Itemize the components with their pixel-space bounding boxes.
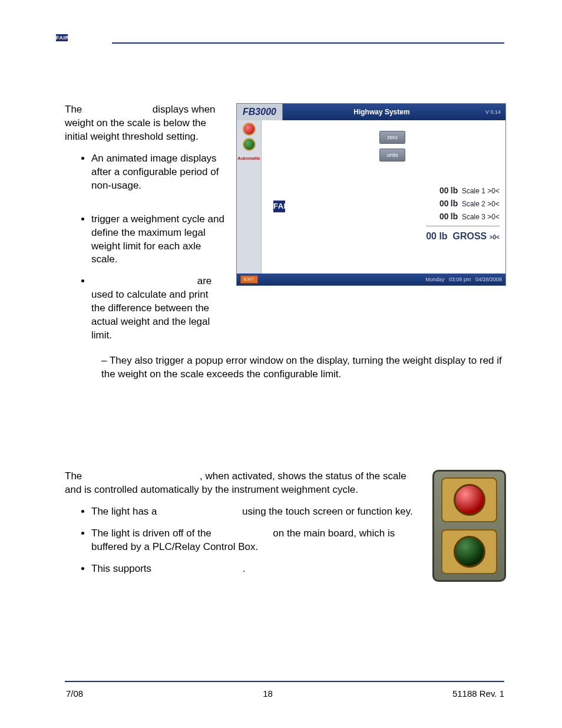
titlebar: FB3000 Highway System V 0.14 bbox=[237, 104, 505, 120]
units-button[interactable]: units bbox=[379, 149, 405, 162]
statusbar: EXIT Monday 03:08 pm 04/28/2008 bbox=[237, 274, 505, 285]
dash-item: They also trigger a popup error window o… bbox=[101, 354, 506, 381]
traffic-light-green-cell bbox=[441, 529, 497, 574]
app-version: V 0.14 bbox=[481, 108, 505, 116]
intro-pre: The bbox=[65, 470, 82, 482]
bullet-text: An animated image displays after a confi… bbox=[91, 153, 219, 191]
blank-line bbox=[91, 201, 224, 213]
exit-button[interactable]: EXIT bbox=[240, 275, 258, 284]
intro-post: , when activated, shows the status of th… bbox=[65, 470, 406, 495]
scale-row: 00 lb Scale 1 >0< bbox=[426, 185, 500, 196]
page-footer: 7/08 18 51188 Rev. 1 bbox=[66, 689, 504, 699]
bullet-pre: This supports bbox=[91, 563, 151, 574]
gross-row: 00 lb GROSS >0< bbox=[426, 226, 500, 243]
weight-readouts: 00 lb Scale 1 >0< 00 lb Scale 2 >0< 00 l… bbox=[426, 185, 500, 242]
page-number: 18 bbox=[83, 689, 452, 699]
status-time: 03:08 pm bbox=[449, 276, 471, 283]
status-day: Monday bbox=[425, 276, 444, 283]
bullet-post: using the touch screen or function key. bbox=[242, 506, 413, 517]
bullet-item: This supports . bbox=[91, 562, 415, 576]
intro-pre: The bbox=[65, 104, 82, 115]
bullet-text: are used to calculate and print the diff… bbox=[91, 275, 211, 341]
bullet-item: trigger a weighment cycle and define the… bbox=[91, 201, 224, 267]
footer-date: 7/08 bbox=[66, 689, 83, 699]
header-rule bbox=[112, 42, 504, 44]
scale-row: 00 lb Scale 2 >0< bbox=[426, 198, 500, 209]
bullet-text: trigger a weighment cycle and define the… bbox=[91, 213, 224, 265]
bullet-pre: The light has a bbox=[91, 506, 157, 517]
intro-post: displays when weight on the scale is bel… bbox=[65, 104, 216, 142]
footer-doc-rev: 51188 Rev. 1 bbox=[452, 689, 504, 699]
bullet-item: The light has a using the touch screen o… bbox=[91, 505, 415, 519]
traffic-light-image bbox=[432, 470, 506, 584]
green-light-icon[interactable] bbox=[243, 138, 256, 151]
red-light-icon bbox=[454, 484, 485, 516]
center-logo-text: FAIRBANKS bbox=[273, 200, 285, 212]
bullet-item: are used to calculate and print the diff… bbox=[91, 275, 224, 342]
app-title: Highway System bbox=[283, 107, 481, 117]
sidebar: Automatic bbox=[237, 120, 262, 274]
app-brand: FB3000 bbox=[237, 104, 283, 120]
dash-text: They also trigger a popup error window o… bbox=[101, 355, 502, 380]
section1-intro: The displays when weight on the scale is… bbox=[65, 103, 224, 144]
bullet-item: An animated image displays after a confi… bbox=[91, 152, 224, 193]
footer-rule bbox=[65, 681, 504, 682]
bullet-item: The light is driven off of the on the ma… bbox=[91, 527, 415, 554]
brand-logo-text: FAIRBANKS bbox=[56, 34, 68, 41]
scale-row: 00 lb Scale 3 >0< bbox=[426, 211, 500, 222]
automatic-label: Automatic bbox=[237, 156, 260, 162]
section2-intro: The , when activated, shows the status o… bbox=[65, 470, 415, 497]
app-screenshot: FB3000 Highway System V 0.14 Automatic z… bbox=[236, 103, 506, 351]
green-light-icon bbox=[454, 536, 485, 568]
bullet-pre: The light is driven off of the bbox=[91, 528, 211, 539]
zero-button[interactable]: zero bbox=[379, 131, 405, 144]
traffic-light-red-cell bbox=[441, 477, 497, 522]
red-light-icon[interactable] bbox=[243, 123, 256, 136]
bullet-post: . bbox=[243, 563, 246, 574]
status-date: 04/28/2008 bbox=[475, 276, 502, 283]
